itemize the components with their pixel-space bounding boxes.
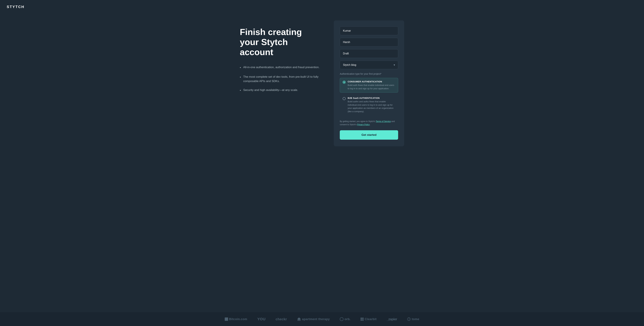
bullet-icon: •	[240, 75, 241, 80]
auth-type-label: Authentication type for your first proje…	[340, 72, 398, 75]
partner-bitcoin: Bitcoin.com	[225, 318, 247, 321]
consumer-radio[interactable]	[343, 81, 346, 84]
left-panel: Finish creating your Stytch account • Al…	[240, 20, 320, 93]
orb-icon	[340, 317, 344, 321]
partner-bitcoin-label: Bitcoin.com	[229, 318, 247, 321]
feature-text: All-in-one authentication, authorization…	[243, 65, 320, 69]
feature-item: • Security and high availability—at any …	[240, 88, 320, 93]
referral-select[interactable]: Stytch blog Google Search Social Media F…	[340, 61, 398, 69]
bullet-icon: •	[240, 88, 241, 93]
feature-text: The most complete set of dev tools, from…	[243, 75, 320, 83]
consumer-auth-content: CONSUMER AUTHENTICATION Build auth flows…	[348, 80, 395, 90]
company-input[interactable]	[340, 49, 398, 58]
clearbit-icon	[360, 318, 364, 321]
b2b-auth-content: B2B SaaS AUTHENTICATION Build authn and …	[348, 97, 395, 113]
b2b-auth-option[interactable]: B2B SaaS AUTHENTICATION Build authn and …	[340, 94, 398, 116]
partner-apartment-therapy: apartment therapy	[297, 317, 330, 321]
feature-item: • All-in-one authentication, authorizati…	[240, 65, 320, 70]
partner-you: YOU	[257, 317, 266, 321]
partners-bar: Bitcoin.com YOU checkr apartment therapy…	[0, 312, 644, 326]
partner-clearbit-label: Clearbit	[364, 318, 376, 321]
partner-orb: orb.	[340, 317, 350, 321]
partner-tome: tome	[407, 317, 419, 321]
header: STYTCH	[0, 0, 644, 14]
terms-of-service-link[interactable]: Terms of Service	[376, 120, 391, 123]
partner-clearbit: Clearbit	[360, 318, 376, 321]
privacy-policy-link[interactable]: Privacy Policy	[357, 123, 370, 126]
terms-before: By getting started, you agree to Stytch'…	[340, 120, 376, 123]
consumer-auth-desc: Build auth flows that enable individual …	[348, 84, 395, 90]
partner-zapier: _zapier	[386, 317, 397, 321]
partner-checkr-label: checkr	[276, 317, 287, 321]
b2b-auth-title: B2B SaaS AUTHENTICATION	[348, 97, 395, 99]
feature-text: Security and high availability—at any sc…	[243, 88, 298, 92]
partner-zapier-label: _zapier	[386, 317, 397, 321]
referral-select-wrapper: Stytch blog Google Search Social Media F…	[340, 61, 398, 69]
main-content: Finish creating your Stytch account • Al…	[0, 14, 644, 312]
terms-text: By getting started, you agree to Stytch'…	[340, 120, 398, 126]
consumer-auth-option[interactable]: CONSUMER AUTHENTICATION Build auth flows…	[340, 78, 398, 93]
b2b-auth-desc: Build authn and authz flows that enable …	[348, 100, 395, 113]
bullet-icon: •	[240, 65, 241, 70]
partner-orb-label: orb.	[344, 318, 350, 321]
page-title: Finish creating your Stytch account	[240, 27, 320, 57]
get-started-button[interactable]: Get started	[340, 130, 398, 140]
signup-form-card: Stytch blog Google Search Social Media F…	[334, 20, 404, 146]
auth-type-section: Authentication type for your first proje…	[340, 72, 398, 117]
terms-after: .	[370, 123, 371, 126]
first-name-input[interactable]	[340, 26, 398, 35]
logo: STYTCH	[7, 5, 24, 9]
partner-tome-label: tome	[412, 318, 419, 321]
feature-item: • The most complete set of dev tools, fr…	[240, 75, 320, 83]
bitcoin-icon	[225, 318, 228, 321]
last-name-input[interactable]	[340, 38, 398, 46]
apartment-therapy-icon	[297, 317, 301, 321]
tome-icon	[407, 317, 411, 321]
partner-apartment-therapy-label: apartment therapy	[302, 318, 330, 321]
features-list: • All-in-one authentication, authorizati…	[240, 65, 320, 93]
partner-you-label: YOU	[257, 317, 266, 321]
consumer-auth-title: CONSUMER AUTHENTICATION	[348, 80, 395, 83]
partner-checkr: checkr	[276, 317, 287, 321]
b2b-radio[interactable]	[343, 97, 346, 100]
